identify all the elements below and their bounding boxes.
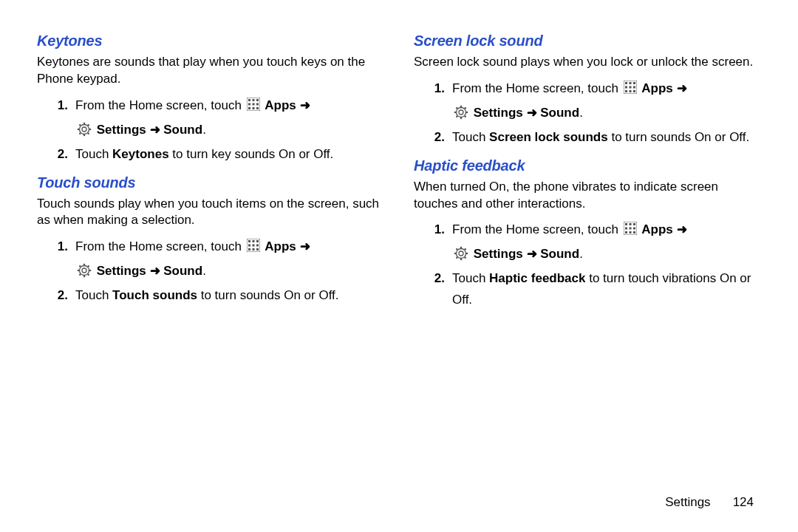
text-bold: Touch sounds: [112, 288, 197, 302]
settings-gear-icon: [454, 105, 468, 120]
svg-rect-4: [248, 103, 250, 105]
text-bold: Keytones: [112, 147, 169, 161]
step-number: 2.: [37, 285, 75, 307]
svg-rect-26: [256, 245, 259, 247]
svg-point-11: [80, 124, 89, 134]
step-number: 1.: [414, 78, 452, 124]
step-text: Touch Keytones to turn key sounds On or …: [75, 144, 384, 166]
svg-point-53: [460, 117, 463, 120]
svg-point-76: [456, 248, 458, 250]
heading-touch-sounds: Touch sounds: [37, 174, 384, 191]
heading-haptic-feedback: Haptic feedback: [414, 157, 761, 174]
period: .: [579, 106, 583, 120]
settings-label: Settings ➜ Sound: [474, 247, 579, 261]
text: Touch: [452, 271, 489, 285]
svg-point-52: [460, 106, 463, 108]
svg-rect-7: [248, 107, 250, 109]
step-number: 2.: [414, 127, 452, 149]
period: .: [202, 123, 206, 137]
text: to turn sounds On or Off.: [197, 288, 339, 302]
svg-rect-5: [252, 103, 254, 105]
svg-rect-44: [625, 86, 627, 88]
svg-point-33: [83, 276, 86, 278]
svg-point-39: [87, 274, 89, 276]
apps-grid-icon: [624, 222, 637, 235]
svg-point-55: [466, 112, 468, 114]
two-column-layout: Keytones Keytones are sounds that play w…: [37, 28, 761, 495]
svg-point-77: [464, 248, 466, 250]
svg-point-56: [456, 107, 458, 109]
heading-keytones: Keytones: [37, 33, 384, 50]
svg-rect-3: [256, 99, 259, 101]
svg-rect-27: [248, 248, 250, 250]
text: to turn sounds On or Off.: [608, 130, 750, 144]
text-bold: Haptic feedback: [489, 271, 585, 285]
step-number: 1.: [414, 219, 452, 265]
svg-rect-24: [248, 245, 250, 247]
step-number: 2.: [414, 268, 452, 311]
step-text: From the Home screen, touch Apps ➜ Setti…: [452, 219, 761, 265]
step-1: 1. From the Home screen, touch Apps ➜ Se…: [414, 219, 761, 265]
apps-label: Apps ➜: [641, 81, 686, 95]
svg-point-38: [79, 274, 81, 276]
svg-point-58: [456, 115, 458, 117]
svg-rect-69: [633, 231, 635, 233]
svg-rect-28: [252, 248, 254, 250]
svg-point-14: [78, 128, 80, 130]
svg-point-50: [459, 110, 463, 115]
svg-rect-8: [252, 107, 254, 109]
desc-keytones: Keytones are sounds that play when you t…: [37, 54, 384, 88]
svg-point-74: [454, 253, 457, 255]
apps-label: Apps ➜: [265, 239, 310, 253]
svg-rect-46: [633, 86, 635, 88]
svg-rect-61: [625, 223, 627, 225]
step-2: 2. Touch Screen lock sounds to turn soun…: [414, 127, 761, 149]
step-number: 1.: [37, 95, 75, 141]
svg-point-37: [87, 265, 89, 267]
right-column: Screen lock sound Screen lock sound play…: [414, 28, 761, 495]
svg-rect-21: [248, 240, 250, 242]
svg-rect-48: [629, 90, 631, 92]
svg-rect-62: [629, 223, 631, 225]
step-1: 1. From the Home screen, touch Apps ➜ Se…: [37, 95, 384, 141]
svg-rect-65: [629, 228, 631, 230]
text: From the Home screen, touch: [452, 222, 622, 236]
svg-point-73: [460, 259, 463, 261]
text: From the Home screen, touch: [452, 81, 622, 95]
svg-rect-42: [629, 82, 631, 84]
svg-rect-29: [256, 248, 259, 250]
svg-rect-47: [625, 90, 627, 92]
svg-rect-25: [252, 245, 254, 247]
svg-point-79: [464, 257, 466, 259]
step-2: 2. Touch Touch sounds to turn sounds On …: [37, 285, 384, 307]
settings-label: Settings ➜ Sound: [474, 106, 579, 120]
svg-point-59: [464, 115, 466, 117]
svg-rect-2: [252, 99, 254, 101]
text-bold: Screen lock sounds: [489, 130, 608, 144]
settings-gear-icon: [454, 246, 468, 261]
svg-point-19: [87, 132, 89, 134]
page-footer: Settings 124: [37, 495, 761, 510]
text: Touch: [75, 147, 112, 161]
svg-rect-1: [248, 99, 250, 101]
svg-rect-41: [625, 82, 627, 84]
step-number: 1.: [37, 236, 75, 282]
period: .: [579, 247, 583, 261]
step-text: Touch Haptic feedback to turn touch vibr…: [452, 268, 761, 311]
svg-rect-66: [633, 228, 635, 230]
settings-gear-icon: [77, 122, 92, 137]
svg-point-71: [457, 249, 466, 259]
svg-point-75: [466, 253, 468, 255]
footer-section: Settings: [665, 495, 710, 510]
step-text: Touch Screen lock sounds to turn sounds …: [452, 127, 761, 149]
svg-point-57: [464, 107, 466, 109]
svg-point-18: [79, 132, 81, 134]
steps-screen-lock-sound: 1. From the Home screen, touch Apps ➜ Se…: [414, 78, 761, 149]
svg-rect-43: [633, 82, 635, 84]
step-text: From the Home screen, touch Apps ➜ Setti…: [452, 78, 761, 124]
heading-screen-lock-sound: Screen lock sound: [414, 33, 761, 50]
step-text: From the Home screen, touch Apps ➜ Setti…: [75, 95, 384, 141]
text: to turn key sounds On or Off.: [169, 147, 334, 161]
footer-page-number: 124: [733, 495, 754, 510]
desc-haptic-feedback: When turned On, the phone vibrates to in…: [414, 179, 761, 213]
